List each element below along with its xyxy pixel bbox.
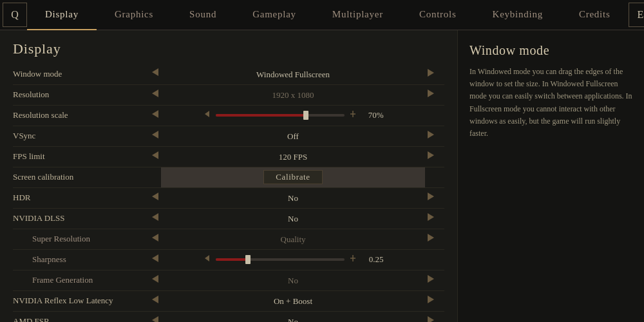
settings-row: Window modeWindowed Fullscreen	[13, 64, 444, 84]
svg-marker-24	[152, 296, 158, 303]
nav-tabs: DisplayGraphicsSoundGameplayMultiplayerC…	[27, 0, 629, 30]
main-content: Display Window modeWindowed FullscreenRe…	[0, 30, 644, 322]
setting-value-cell: Off	[161, 126, 425, 146]
nav-tab-display[interactable]: Display	[27, 0, 97, 30]
slider-left-icon	[203, 254, 212, 265]
arrow-right-icon[interactable]	[425, 90, 437, 101]
svg-marker-1	[428, 69, 434, 77]
arrow-left-icon[interactable]	[149, 66, 161, 81]
slider-left-icon	[203, 109, 212, 121]
arrow-right-icon[interactable]	[425, 193, 437, 204]
nav-tab-controls[interactable]: Controls	[401, 0, 475, 30]
arrow-left-icon[interactable]	[149, 191, 161, 205]
settings-row: Frame GenerationNo	[13, 270, 444, 290]
setting-name: FPS limit	[13, 146, 142, 167]
svg-marker-10	[152, 151, 158, 159]
svg-marker-17	[428, 234, 434, 242]
setting-value-text: 120 FPS	[267, 152, 319, 162]
arrow-left-icon[interactable]	[149, 108, 161, 123]
arrow-left-icon[interactable]	[149, 232, 161, 247]
setting-value-text: No	[267, 317, 319, 322]
svg-marker-0	[152, 68, 158, 76]
arrow-right-icon[interactable]	[425, 234, 437, 245]
setting-value-cell: Quality	[161, 229, 425, 249]
info-text: In Windowed mode you can drag the edges …	[469, 66, 632, 140]
svg-marker-5	[205, 111, 209, 117]
left-panel: Display Window modeWindowed FullscreenRe…	[0, 30, 457, 322]
slider-track[interactable]	[216, 258, 345, 261]
settings-row: Sharpness0.25	[13, 249, 444, 270]
arrow-left-icon[interactable]	[149, 314, 161, 323]
svg-marker-25	[428, 296, 434, 303]
setting-value-cell: 0.25	[161, 249, 425, 270]
arrow-right-icon[interactable]	[425, 152, 437, 163]
svg-marker-19	[205, 255, 209, 261]
nav-tab-keybinding[interactable]: Keybinding	[475, 0, 561, 30]
svg-marker-12	[152, 193, 158, 200]
settings-row: VSyncOff	[13, 126, 444, 146]
nav-tab-sound[interactable]: Sound	[171, 0, 234, 30]
arrow-left-icon[interactable]	[149, 273, 161, 288]
setting-value-cell: Calibrate	[161, 167, 425, 187]
info-title: Window mode	[469, 43, 632, 58]
calibrate-button[interactable]: Calibrate	[263, 170, 323, 184]
setting-value-cell: 120 FPS	[161, 146, 425, 167]
setting-name: Resolution	[13, 84, 142, 105]
svg-marker-15	[428, 213, 434, 221]
setting-value-text: No	[267, 214, 319, 224]
setting-value-text: Quality	[267, 234, 319, 245]
arrow-right-icon[interactable]	[425, 214, 437, 225]
setting-value-text: 1920 x 1080	[267, 90, 319, 100]
setting-value-text: Windowed Fullscreen	[256, 70, 330, 80]
svg-marker-18	[152, 254, 158, 262]
setting-value-cell: No	[161, 270, 425, 290]
setting-value-cell: No	[161, 208, 425, 229]
settings-row: Super ResolutionQuality	[13, 229, 444, 249]
setting-value-text: On + Boost	[267, 296, 319, 307]
setting-name: Super Resolution	[13, 229, 142, 249]
arrow-right-icon[interactable]	[425, 276, 437, 287]
svg-marker-14	[152, 213, 158, 221]
setting-name: AMD FSR	[13, 311, 142, 322]
arrow-right-icon[interactable]	[425, 70, 437, 80]
slider-thumb[interactable]	[303, 111, 308, 120]
nav-tab-multiplayer[interactable]: Multiplayer	[314, 0, 401, 30]
setting-name: NVIDIA DLSS	[13, 208, 142, 229]
arrow-right-icon[interactable]	[425, 296, 437, 307]
arrow-left-icon[interactable]	[149, 294, 161, 308]
setting-name: Frame Generation	[13, 270, 142, 290]
nav-tab-credits[interactable]: Credits	[561, 0, 629, 30]
nav-tab-gameplay[interactable]: Gameplay	[234, 0, 314, 30]
arrow-left-icon[interactable]	[149, 129, 161, 144]
settings-table: Window modeWindowed FullscreenResolution…	[13, 64, 444, 322]
nav-right-icon[interactable]: E	[629, 3, 645, 27]
svg-marker-27	[428, 316, 434, 322]
svg-marker-23	[428, 275, 434, 283]
setting-value-cell: On + Boost	[161, 290, 425, 311]
nav-tab-graphics[interactable]: Graphics	[97, 0, 171, 30]
slider-thumb[interactable]	[245, 255, 251, 264]
arrow-right-icon[interactable]	[425, 317, 437, 322]
arrow-right-icon[interactable]	[425, 131, 437, 142]
arrow-left-icon[interactable]	[149, 211, 161, 226]
arrow-left-icon[interactable]	[149, 88, 161, 102]
slider-track[interactable]	[216, 114, 345, 117]
slider-right-mark	[348, 109, 357, 121]
setting-value-text: No	[267, 276, 319, 286]
setting-name: HDR	[13, 187, 142, 208]
nav-left-icon[interactable]: Q	[3, 3, 27, 27]
svg-marker-11	[428, 151, 434, 159]
svg-marker-4	[152, 110, 158, 118]
setting-value-text: No	[267, 193, 319, 204]
arrow-left-icon[interactable]	[149, 149, 161, 164]
setting-value-cell: No	[161, 187, 425, 208]
slider-right-mark	[348, 254, 357, 265]
top-nav: Q DisplayGraphicsSoundGameplayMultiplaye…	[0, 0, 644, 30]
settings-row: AMD FSRNo	[13, 311, 444, 322]
settings-row: NVIDIA DLSSNo	[13, 208, 444, 229]
svg-marker-8	[152, 131, 158, 138]
svg-marker-13	[428, 193, 434, 200]
settings-row: FPS limit120 FPS	[13, 146, 444, 167]
svg-marker-3	[428, 90, 434, 97]
arrow-left-icon[interactable]	[149, 252, 161, 267]
